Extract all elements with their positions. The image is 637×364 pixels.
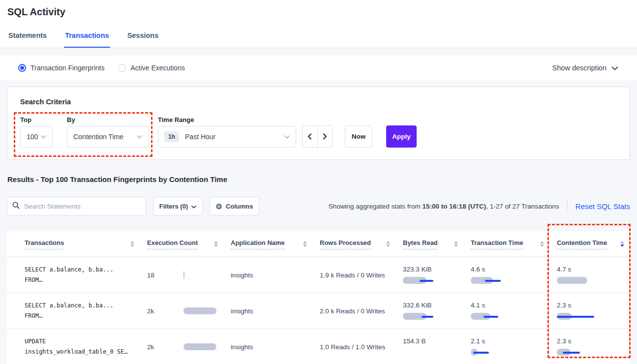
search-criteria-title: Search Criteria	[20, 98, 71, 106]
contention-time-value: 2.3 s	[557, 302, 624, 309]
execution-count-bar	[183, 343, 218, 351]
vertical-divider	[567, 200, 568, 212]
column-header-label: Transactions	[25, 239, 64, 249]
bytes-read-bar	[403, 348, 442, 356]
contention-time-cell: 2.3 s	[550, 329, 630, 364]
sort-icon[interactable]	[299, 241, 307, 247]
sort-icon[interactable]	[450, 241, 458, 247]
application-name-value: insights	[231, 307, 307, 315]
column-header[interactable]: Transaction Time	[464, 231, 550, 257]
search-criteria-card: Search Criteria Top 100 By Contention Ti…	[7, 87, 630, 160]
column-header[interactable]: Bytes Read	[396, 231, 464, 257]
show-description-toggle[interactable]: Show description	[552, 64, 618, 72]
transactions-table: Transactions Execution Count Application…	[7, 231, 630, 364]
tab-statements[interactable]: Statements	[7, 31, 48, 48]
column-header-label: Application Name	[231, 239, 285, 249]
transaction-statement-cell[interactable]: SELECT a.balance, b.ba... FROM…	[7, 293, 140, 329]
execution-count-value: 2k	[147, 343, 183, 351]
search-icon	[12, 202, 20, 211]
page-title: SQL Activity	[7, 6, 65, 18]
contention-time-bar	[557, 348, 596, 356]
apply-button[interactable]: Apply	[386, 125, 417, 148]
execution-count-bar	[183, 271, 218, 279]
contention-time-cell: 4.7 s	[550, 257, 630, 293]
top-select[interactable]: 100	[20, 126, 53, 148]
reset-sql-stats-link[interactable]: Reset SQL Stats	[576, 202, 630, 211]
bytes-read-bar	[403, 276, 442, 284]
table-row[interactable]: SELECT a.balance, b.ba... FROM… 2k insig…	[7, 293, 630, 329]
sort-icon[interactable]	[382, 241, 390, 247]
time-range-select[interactable]: 1h Past Hour	[158, 126, 296, 148]
column-header[interactable]: Application Name	[224, 231, 313, 257]
table-header-row: Transactions Execution Count Application…	[7, 231, 630, 257]
contention-time-bar	[557, 276, 596, 284]
transaction-time-bar	[471, 276, 510, 284]
execution-count-value: 2k	[147, 307, 183, 315]
column-header-label: Contention Time	[557, 239, 607, 249]
transaction-time-cell: 2.1 s	[464, 329, 550, 364]
contention-time-bar	[557, 312, 596, 320]
bytes-read-bar	[403, 312, 442, 320]
rows-processed-cell: 1.0 Reads / 1.0 Writes	[313, 329, 396, 364]
execution-count-bar	[183, 307, 218, 315]
rows-processed-cell: 2.0 k Reads / 0 Writes	[313, 293, 396, 329]
transaction-time-bar	[471, 312, 510, 320]
transaction-time-cell: 4.1 s	[464, 293, 550, 329]
transaction-statement-line2: FROM…	[25, 275, 134, 285]
tab-bar: Statements Transactions Sessions	[7, 31, 159, 48]
filters-button[interactable]: Filters (0)	[153, 197, 203, 215]
time-range-label: Time Range	[158, 116, 194, 123]
top-label: Top	[20, 116, 31, 123]
by-select[interactable]: Contention Time	[67, 126, 149, 148]
radio-transaction-fingerprints[interactable]: Transaction Fingerprints	[18, 64, 104, 72]
page-header: SQL Activity Statements Transactions Ses…	[0, 0, 637, 48]
execution-count-cell: 2k	[140, 293, 224, 329]
chevron-down-icon	[284, 135, 290, 139]
next-time-button[interactable]	[317, 126, 333, 147]
transaction-time-bar	[471, 348, 510, 356]
application-name-cell: insights	[224, 257, 313, 293]
search-statements-input[interactable]	[24, 203, 141, 210]
results-heading: Results - Top 100 Transaction Fingerprin…	[7, 175, 227, 183]
sort-icon[interactable]	[536, 241, 544, 247]
transaction-time-cell: 4.6 s	[464, 257, 550, 293]
tab-sessions[interactable]: Sessions	[126, 31, 160, 48]
aggregated-stats-text: Showing aggregated stats from 15:00 to 1…	[329, 203, 559, 210]
bytes-read-cell: 323.3 KiB	[396, 257, 464, 293]
transaction-time-value: 4.1 s	[471, 302, 544, 309]
transaction-statement-cell[interactable]: SELECT a.balance, b.ba... FROM…	[7, 257, 140, 293]
application-name-cell: insights	[224, 293, 313, 329]
radio-icon	[118, 64, 126, 72]
column-header[interactable]: Rows Processed	[313, 231, 396, 257]
sort-icon[interactable]	[616, 241, 624, 247]
column-header[interactable]: Execution Count	[140, 231, 224, 257]
execution-count-cell: 18	[140, 257, 224, 293]
columns-button[interactable]: ⚙ Columns	[210, 197, 259, 215]
chevron-down-icon	[41, 135, 46, 139]
chevron-left-icon	[307, 133, 312, 140]
execution-count-cell: 2k	[140, 329, 224, 364]
transaction-statement-line1: SELECT a.balance, b.ba...	[25, 301, 134, 311]
column-header[interactable]: Contention Time	[550, 231, 630, 257]
sort-icon[interactable]	[210, 241, 218, 247]
time-nav-group	[302, 125, 333, 148]
application-name-cell: insights	[224, 329, 313, 364]
now-button[interactable]: Now	[345, 125, 372, 148]
column-header-label: Rows Processed	[320, 239, 371, 249]
rows-processed-value: 1.0 Reads / 1.0 Writes	[320, 343, 390, 351]
contention-time-cell: 2.3 s	[550, 293, 630, 329]
table-row[interactable]: UPDATE insights_workload_table_0 SE… 2k …	[7, 329, 630, 364]
table-row[interactable]: SELECT a.balance, b.ba... FROM… 18 insig…	[7, 257, 630, 293]
transaction-statement-line1: UPDATE	[25, 336, 134, 347]
radio-icon	[18, 64, 26, 72]
transaction-statement-cell[interactable]: UPDATE insights_workload_table_0 SE…	[7, 329, 140, 364]
tab-transactions[interactable]: Transactions	[64, 31, 110, 48]
radio-active-executions[interactable]: Active Executions	[118, 64, 185, 72]
sort-icon[interactable]	[126, 241, 134, 247]
previous-time-button[interactable]	[303, 126, 317, 147]
rows-processed-value: 2.0 k Reads / 0 Writes	[320, 307, 390, 315]
bytes-read-cell: 332.6 KiB	[396, 293, 464, 329]
application-name-value: insights	[231, 272, 307, 279]
column-header[interactable]: Transactions	[7, 231, 140, 257]
search-statements-box[interactable]	[7, 197, 146, 215]
